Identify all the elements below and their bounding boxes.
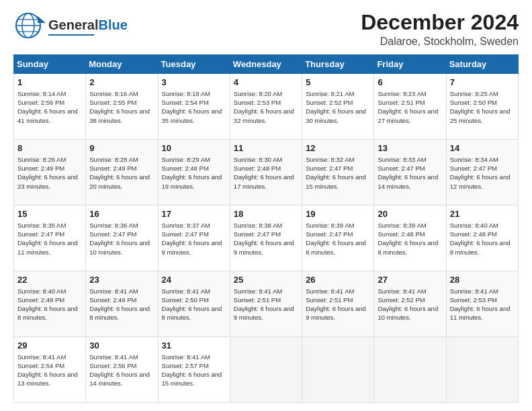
- day-number: 12: [306, 142, 370, 154]
- logo-icon: [13, 11, 48, 42]
- col-monday: Monday: [86, 55, 158, 74]
- calendar-header-row: Sunday Monday Tuesday Wednesday Thursday…: [14, 55, 519, 74]
- calendar-week-2: 8 Sunrise: 8:26 AM Sunset: 2:49 PM Dayli…: [14, 140, 519, 205]
- calendar-cell: 25 Sunrise: 8:41 AM Sunset: 2:51 PM Dayl…: [230, 271, 302, 337]
- day-number: 22: [17, 274, 82, 286]
- title-block: December 2024 Dalaroe, Stockholm, Sweden: [361, 11, 519, 48]
- calendar-cell: 30 Sunrise: 8:41 AM Sunset: 2:56 PM Dayl…: [86, 337, 158, 403]
- day-number: 28: [450, 274, 515, 286]
- calendar-cell: 16 Sunrise: 8:36 AM Sunset: 2:47 PM Dayl…: [86, 205, 158, 271]
- day-number: 16: [89, 208, 154, 220]
- day-info: Sunrise: 8:34 AM Sunset: 2:47 PM Dayligh…: [450, 155, 515, 191]
- calendar-cell: 24 Sunrise: 8:41 AM Sunset: 2:50 PM Dayl…: [158, 271, 230, 337]
- calendar-cell: 10 Sunrise: 8:29 AM Sunset: 2:48 PM Dayl…: [158, 140, 230, 205]
- day-info: Sunrise: 8:32 AM Sunset: 2:47 PM Dayligh…: [306, 155, 370, 191]
- day-number: 10: [162, 142, 226, 154]
- calendar-cell: 19 Sunrise: 8:39 AM Sunset: 2:47 PM Dayl…: [302, 205, 374, 271]
- day-number: 3: [162, 77, 226, 89]
- day-info: Sunrise: 8:23 AM Sunset: 2:51 PM Dayligh…: [378, 89, 442, 125]
- day-info: Sunrise: 8:33 AM Sunset: 2:47 PM Dayligh…: [378, 155, 442, 191]
- day-number: 13: [378, 142, 442, 154]
- calendar-cell: 13 Sunrise: 8:33 AM Sunset: 2:47 PM Dayl…: [374, 140, 446, 205]
- day-info: Sunrise: 8:28 AM Sunset: 2:49 PM Dayligh…: [89, 155, 154, 191]
- calendar-cell: 12 Sunrise: 8:32 AM Sunset: 2:47 PM Dayl…: [302, 140, 374, 205]
- day-info: Sunrise: 8:20 AM Sunset: 2:53 PM Dayligh…: [234, 89, 298, 125]
- day-number: 30: [89, 340, 154, 352]
- day-number: 18: [234, 208, 298, 220]
- calendar-cell: 26 Sunrise: 8:41 AM Sunset: 2:51 PM Dayl…: [302, 271, 374, 337]
- day-info: Sunrise: 8:41 AM Sunset: 2:50 PM Dayligh…: [162, 287, 226, 322]
- day-info: Sunrise: 8:41 AM Sunset: 2:49 PM Dayligh…: [89, 287, 154, 322]
- day-number: 24: [162, 274, 226, 286]
- day-number: 17: [162, 208, 226, 220]
- day-info: Sunrise: 8:25 AM Sunset: 2:50 PM Dayligh…: [450, 89, 515, 125]
- calendar-cell: 21 Sunrise: 8:40 AM Sunset: 2:48 PM Dayl…: [446, 205, 518, 271]
- calendar-week-4: 22 Sunrise: 8:40 AM Sunset: 2:49 PM Dayl…: [14, 271, 519, 337]
- day-number: 31: [162, 340, 226, 352]
- calendar-cell: 31 Sunrise: 8:41 AM Sunset: 2:57 PM Dayl…: [158, 337, 230, 403]
- col-thursday: Thursday: [302, 55, 374, 74]
- day-info: Sunrise: 8:26 AM Sunset: 2:49 PM Dayligh…: [17, 155, 82, 191]
- day-number: 21: [450, 208, 515, 220]
- day-info: Sunrise: 8:30 AM Sunset: 2:48 PM Dayligh…: [234, 155, 298, 191]
- day-number: 7: [450, 77, 515, 89]
- day-info: Sunrise: 8:16 AM Sunset: 2:55 PM Dayligh…: [89, 89, 154, 125]
- calendar-cell: 28 Sunrise: 8:41 AM Sunset: 2:53 PM Dayl…: [446, 271, 518, 337]
- day-info: Sunrise: 8:40 AM Sunset: 2:48 PM Dayligh…: [450, 221, 515, 257]
- calendar-week-3: 15 Sunrise: 8:35 AM Sunset: 2:47 PM Dayl…: [14, 205, 519, 271]
- day-number: 8: [17, 142, 82, 154]
- calendar-week-5: 29 Sunrise: 8:41 AM Sunset: 2:54 PM Dayl…: [14, 337, 519, 403]
- calendar-week-1: 1 Sunrise: 8:14 AM Sunset: 2:56 PM Dayli…: [14, 74, 519, 140]
- main-title: December 2024: [361, 11, 519, 34]
- calendar-cell: 3 Sunrise: 8:18 AM Sunset: 2:54 PM Dayli…: [158, 74, 230, 140]
- calendar-cell: 7 Sunrise: 8:25 AM Sunset: 2:50 PM Dayli…: [446, 74, 518, 140]
- calendar-cell: 29 Sunrise: 8:41 AM Sunset: 2:54 PM Dayl…: [14, 337, 86, 403]
- calendar-cell: [230, 337, 302, 403]
- day-number: 1: [17, 77, 82, 89]
- calendar-cell: 27 Sunrise: 8:41 AM Sunset: 2:52 PM Dayl…: [374, 271, 446, 337]
- logo-text-block: GeneralBlue: [48, 17, 128, 36]
- day-info: Sunrise: 8:41 AM Sunset: 2:54 PM Dayligh…: [17, 353, 82, 388]
- day-info: Sunrise: 8:41 AM Sunset: 2:56 PM Dayligh…: [89, 353, 154, 388]
- day-info: Sunrise: 8:41 AM Sunset: 2:57 PM Dayligh…: [162, 353, 226, 388]
- day-info: Sunrise: 8:41 AM Sunset: 2:51 PM Dayligh…: [306, 287, 370, 322]
- calendar-cell: 1 Sunrise: 8:14 AM Sunset: 2:56 PM Dayli…: [14, 74, 86, 140]
- day-number: 5: [306, 77, 370, 89]
- col-wednesday: Wednesday: [230, 55, 302, 74]
- calendar-cell: 6 Sunrise: 8:23 AM Sunset: 2:51 PM Dayli…: [374, 74, 446, 140]
- day-number: 29: [17, 340, 82, 352]
- day-number: 9: [89, 142, 154, 154]
- day-info: Sunrise: 8:41 AM Sunset: 2:53 PM Dayligh…: [450, 287, 515, 322]
- calendar-table: Sunday Monday Tuesday Wednesday Thursday…: [13, 54, 519, 403]
- calendar-cell: 18 Sunrise: 8:38 AM Sunset: 2:47 PM Dayl…: [230, 205, 302, 271]
- day-number: 6: [378, 77, 442, 89]
- calendar-cell: 23 Sunrise: 8:41 AM Sunset: 2:49 PM Dayl…: [86, 271, 158, 337]
- col-sunday: Sunday: [14, 55, 86, 74]
- day-number: 23: [89, 274, 154, 286]
- calendar-cell: 17 Sunrise: 8:37 AM Sunset: 2:47 PM Dayl…: [158, 205, 230, 271]
- day-info: Sunrise: 8:39 AM Sunset: 2:48 PM Dayligh…: [378, 221, 442, 257]
- header: GeneralBlue December 2024 Dalaroe, Stock…: [13, 11, 519, 48]
- col-friday: Friday: [374, 55, 446, 74]
- subtitle: Dalaroe, Stockholm, Sweden: [361, 36, 519, 48]
- day-number: 14: [450, 142, 515, 154]
- logo-underline: [48, 34, 94, 36]
- calendar-cell: 2 Sunrise: 8:16 AM Sunset: 2:55 PM Dayli…: [86, 74, 158, 140]
- day-info: Sunrise: 8:37 AM Sunset: 2:47 PM Dayligh…: [162, 221, 226, 257]
- logo-general: General: [48, 17, 98, 32]
- calendar-cell: 4 Sunrise: 8:20 AM Sunset: 2:53 PM Dayli…: [230, 74, 302, 140]
- calendar-cell: [446, 337, 518, 403]
- day-info: Sunrise: 8:40 AM Sunset: 2:49 PM Dayligh…: [17, 287, 82, 322]
- calendar-cell: 9 Sunrise: 8:28 AM Sunset: 2:49 PM Dayli…: [86, 140, 158, 205]
- day-number: 19: [306, 208, 370, 220]
- day-info: Sunrise: 8:21 AM Sunset: 2:52 PM Dayligh…: [306, 89, 370, 125]
- day-number: 27: [378, 274, 442, 286]
- day-number: 15: [17, 208, 82, 220]
- col-tuesday: Tuesday: [158, 55, 230, 74]
- day-number: 26: [306, 274, 370, 286]
- calendar-cell: [302, 337, 374, 403]
- day-number: 4: [234, 77, 298, 89]
- day-number: 2: [89, 77, 154, 89]
- logo: GeneralBlue: [13, 11, 128, 42]
- logo-blue: Blue: [98, 17, 127, 32]
